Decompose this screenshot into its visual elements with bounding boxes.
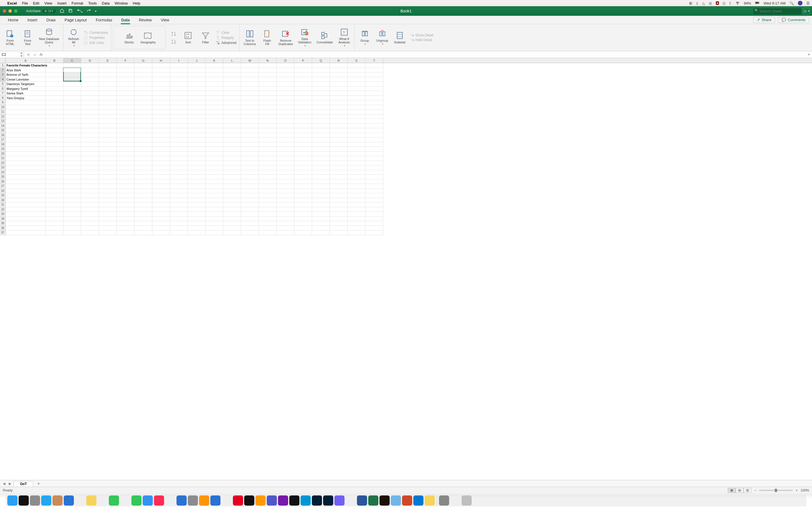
cell-Q28[interactable] [312,189,330,193]
cell-P14[interactable] [294,124,312,128]
cell-J14[interactable] [188,124,206,128]
tab-view[interactable]: View [156,16,174,24]
cell-T22[interactable] [365,161,383,166]
cell-N23[interactable] [259,165,276,170]
cell-Q31[interactable] [312,203,330,207]
cell-I6[interactable] [170,87,188,91]
cell-E8[interactable] [99,96,117,101]
cell-I29[interactable] [170,193,188,198]
cell-O17[interactable] [276,137,294,142]
cell-C17[interactable] [63,137,81,142]
cell-P20[interactable] [294,152,312,156]
cell-H10[interactable] [152,105,170,110]
cell-J32[interactable] [188,207,206,212]
dock-app-contacts[interactable] [52,496,63,506]
cell-L1[interactable] [223,63,241,68]
cell-O12[interactable] [276,114,294,119]
cell-D20[interactable] [81,152,99,156]
cell-L32[interactable] [223,207,241,212]
cell-N35[interactable] [259,221,276,226]
cell-K14[interactable] [206,124,223,128]
cell-N21[interactable] [259,156,276,161]
dock-app-calendar[interactable] [98,496,108,506]
cell-M32[interactable] [241,207,259,212]
cell-S27[interactable] [348,184,365,189]
cell-J18[interactable] [188,142,206,147]
dock-app-notes[interactable] [86,496,96,506]
cell-J19[interactable] [188,147,206,152]
dock-app-word[interactable] [357,496,367,506]
cell-S28[interactable] [348,189,365,193]
cell-I17[interactable] [170,137,188,142]
sort-asc-button[interactable]: AZ [170,31,178,37]
cell-M3[interactable] [241,72,259,77]
cell-L12[interactable] [223,114,241,119]
cell-K12[interactable] [206,114,223,119]
cell-S34[interactable] [348,217,365,221]
cell-B33[interactable] [46,212,63,217]
cell-M9[interactable] [241,100,259,105]
cell-N6[interactable] [259,87,276,91]
cell-P4[interactable] [294,77,312,82]
cell-O25[interactable] [276,175,294,179]
cell-A8[interactable]: Yara Greyjoy [6,96,46,101]
cell-H23[interactable] [152,165,170,170]
notification-center-icon[interactable]: ☰ [806,1,810,5]
row-header-21[interactable]: 21 [0,156,5,161]
cell-B35[interactable] [46,221,63,226]
cell-E4[interactable] [99,77,117,82]
cell-B21[interactable] [46,156,63,161]
cell-E34[interactable] [99,217,117,221]
cell-C7[interactable] [63,91,81,96]
col-header-C[interactable]: C [63,58,81,63]
cell-O23[interactable] [276,165,294,170]
cell-E1[interactable] [99,63,117,68]
cell-H19[interactable] [152,147,170,152]
row-header-29[interactable]: 29 [0,193,5,198]
cell-L23[interactable] [223,165,241,170]
tab-page-layout[interactable]: Page Layout [60,16,91,24]
cell-N28[interactable] [259,189,276,193]
tab-review[interactable]: Review [134,16,156,24]
cell-C12[interactable] [63,114,81,119]
cell-P13[interactable] [294,119,312,124]
cell-J37[interactable] [188,230,206,235]
cell-C28[interactable] [63,189,81,193]
cell-A30[interactable] [6,198,46,203]
cell-O18[interactable] [276,142,294,147]
cell-L4[interactable] [223,77,241,82]
cell-O10[interactable] [276,105,294,110]
cell-D30[interactable] [81,198,99,203]
cell-Q5[interactable] [312,82,330,87]
cell-S15[interactable] [348,128,365,133]
gdrive-icon[interactable]: △ [702,1,705,5]
cell-F9[interactable] [117,100,135,105]
sheet-nav-next[interactable]: ▶ [8,482,12,486]
cell-E26[interactable] [99,179,117,184]
cell-C11[interactable] [63,110,81,114]
dock-app-app1[interactable] [439,496,449,506]
cell-K23[interactable] [206,165,223,170]
cell-B5[interactable] [46,82,63,87]
cell-L19[interactable] [223,147,241,152]
dock-app-chrome2[interactable] [450,496,460,506]
dock-app-safari[interactable] [41,496,51,506]
cell-P22[interactable] [294,161,312,166]
cell-A5[interactable]: Daenerys Targaryen [6,82,46,87]
cell-D22[interactable] [81,161,99,166]
cell-H24[interactable] [152,170,170,175]
row-header-8[interactable]: 8 [0,96,5,101]
cell-J33[interactable] [188,212,206,217]
cell-Q1[interactable] [312,63,330,68]
cell-H3[interactable] [152,72,170,77]
cell-T18[interactable] [365,142,383,147]
cell-S10[interactable] [348,105,365,110]
cell-R6[interactable] [330,87,348,91]
cell-M17[interactable] [241,137,259,142]
cell-O24[interactable] [276,170,294,175]
cell-J15[interactable] [188,128,206,133]
cell-G29[interactable] [135,193,152,198]
dock-app-teams[interactable] [267,496,277,506]
cell-K22[interactable] [206,161,223,166]
row-header-4[interactable]: 4 [0,77,5,82]
